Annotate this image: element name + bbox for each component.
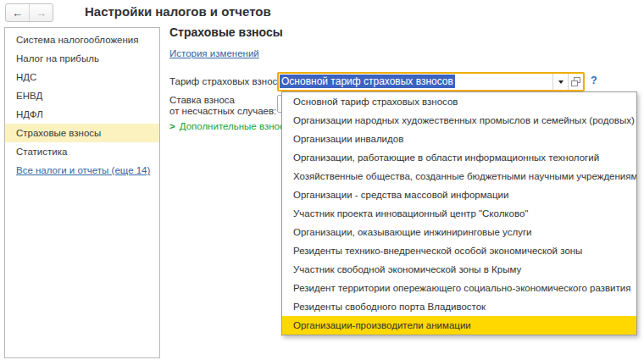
sidebar-item-taxation-system[interactable]: Система налогообложения (5, 30, 159, 49)
dropdown-item[interactable]: Участник проекта инновационный центр "Ск… (282, 204, 636, 223)
dropdown-item[interactable]: Организации народных художественных пром… (282, 111, 636, 130)
back-arrow-icon[interactable]: ← (6, 4, 30, 21)
history-nav: ← → (5, 3, 53, 22)
dropdown-item[interactable]: Основной тариф страховых взносов (282, 92, 636, 111)
sidebar-item-envd[interactable]: ЕНВД (5, 86, 159, 105)
combobox-open-button[interactable] (568, 74, 583, 90)
combobox-dropdown-button[interactable] (552, 74, 568, 90)
sidebar-all-taxes-link[interactable]: Все налоги и отчеты (еще 14) (5, 161, 159, 180)
dropdown-item[interactable]: Резидент территории опережающего социаль… (282, 279, 636, 297)
change-history-link[interactable]: История изменений (169, 48, 259, 58)
dropdown-item[interactable]: Резиденты свободного порта Владивосток (282, 297, 636, 316)
tax-sections-sidebar: Система налогообложения Налог на прибыль… (4, 27, 160, 358)
accident-rate-label-line1: Ставка взноса (169, 95, 276, 106)
open-list-icon (571, 77, 580, 86)
dropdown-item-highlighted[interactable]: Организации-производители анимации (282, 316, 636, 335)
forward-arrow-icon[interactable]: → (30, 4, 53, 21)
tariff-dropdown-list: Основной тариф страховых взносов Организ… (281, 91, 637, 335)
dropdown-item[interactable]: Организации, оказывающие инжиниринговые … (282, 223, 636, 241)
sidebar-item-statistics[interactable]: Статистика (5, 142, 159, 161)
sidebar-item-profit-tax[interactable]: Налог на прибыль (5, 49, 159, 68)
help-icon[interactable]: ? (591, 75, 597, 86)
additional-contributions-expander[interactable]: >Дополнительные взносы (169, 121, 291, 131)
dropdown-item[interactable]: Организации, работающие в области информ… (282, 148, 636, 167)
sidebar-item-vat[interactable]: НДС (5, 68, 159, 86)
sidebar-item-insurance-contributions[interactable]: Страховые взносы (5, 124, 159, 142)
dropdown-item[interactable]: Хозяйственные общества, созданные бюджет… (282, 167, 636, 186)
tariff-combobox-value[interactable]: Основной тариф страховых взносов (279, 74, 552, 90)
tariff-combobox[interactable]: Основной тариф страховых взносов (277, 72, 585, 91)
chevron-right-icon: > (169, 121, 175, 131)
chevron-down-icon (558, 80, 564, 84)
accident-rate-label-line2: от несчастных случаев: (169, 106, 276, 117)
dropdown-item[interactable]: Организации - средства массовой информац… (282, 186, 636, 204)
sidebar-item-ndfl[interactable]: НДФЛ (5, 105, 159, 124)
dropdown-item[interactable]: Резиденты технико-внедренческой особой э… (282, 241, 636, 260)
section-heading: Страховые взносы (169, 25, 283, 39)
expander-label: Дополнительные взносы (180, 121, 291, 131)
page-title: Настройки налогов и отчетов (85, 4, 271, 19)
dropdown-item[interactable]: Организации инвалидов (282, 130, 636, 148)
dropdown-item[interactable]: Участник свободной экономической зоны в … (282, 260, 636, 279)
selected-text: Основной тариф страховых взносов (280, 75, 455, 88)
tariff-label: Тариф страховых взносов: (169, 76, 291, 86)
